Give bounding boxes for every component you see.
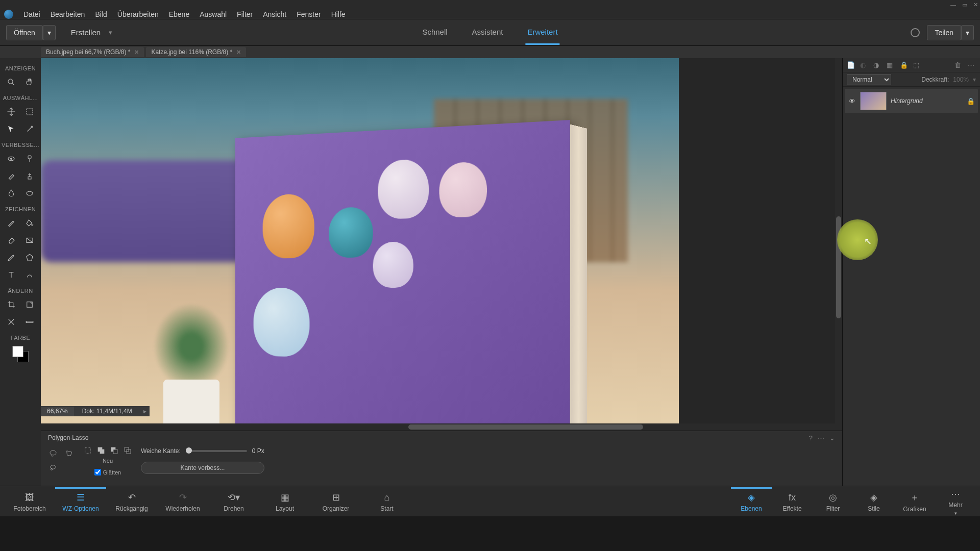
document-canvas[interactable]: 66,67% Dok: 11,4M/11,4M ▸ — [41, 58, 842, 423]
marquee-tool-icon[interactable] — [24, 106, 35, 117]
magic-wand-tool-icon[interactable] — [24, 123, 35, 135]
foreground-color[interactable] — [12, 346, 23, 357]
layer-visibility-icon[interactable]: 👁 — [849, 97, 856, 105]
brush-tool-icon[interactable] — [6, 217, 17, 229]
bb-fotobereich[interactable]: 🖼Fotobereich — [4, 487, 55, 516]
menu-bearbeiten[interactable]: Bearbeiten — [51, 10, 85, 18]
bb-grafiken[interactable]: ＋Grafiken — [894, 487, 935, 516]
layer-fx-icon[interactable]: ◐ — [860, 61, 868, 69]
bb-effekte[interactable]: fxEffekte — [772, 487, 813, 516]
move-tool-icon[interactable] — [6, 106, 17, 117]
magnetic-lasso-variant-icon[interactable] — [48, 463, 58, 473]
mode-erweitert[interactable]: Erweitert — [525, 20, 559, 45]
bb-mehr[interactable]: ⋯Mehr▾ — [935, 487, 976, 516]
content-aware-tool-icon[interactable] — [6, 316, 17, 328]
lasso-variant-icon[interactable] — [48, 448, 58, 459]
share-dropdown-icon[interactable]: ▾ — [961, 25, 974, 40]
close-window-icon[interactable]: ✕ — [973, 2, 978, 8]
blur-tool-icon[interactable] — [6, 188, 17, 199]
new-layer-icon[interactable]: 📄 — [847, 61, 855, 69]
add-selection-icon[interactable] — [96, 445, 106, 456]
tab-katze[interactable]: Katze.jpg bei 116% (RGB/8) * ✕ — [146, 47, 246, 57]
intersect-selection-icon[interactable] — [122, 445, 133, 456]
straighten-tool-icon[interactable] — [24, 316, 35, 328]
maximize-icon[interactable]: ▭ — [962, 2, 967, 8]
lock-layer-icon[interactable]: 🔒 — [900, 61, 908, 69]
bb-organizer[interactable]: ⊞Organizer — [310, 487, 361, 516]
new-selection-icon[interactable] — [83, 445, 93, 456]
layer-lock-icon[interactable]: 🔒 — [967, 97, 974, 105]
menu-bild[interactable]: Bild — [95, 10, 107, 18]
recompose-tool-icon[interactable] — [24, 299, 35, 310]
menu-fenster[interactable]: Fenster — [297, 10, 321, 18]
mode-schnell[interactable]: Schnell — [420, 20, 449, 45]
zoom-level[interactable]: 66,67% — [41, 407, 74, 416]
blend-mode-select[interactable]: Normal — [847, 74, 891, 85]
open-dropdown-icon[interactable]: ▾ — [43, 25, 56, 40]
crop-tool-icon[interactable] — [6, 299, 17, 310]
shape-tool-icon[interactable] — [24, 252, 35, 263]
polygon-lasso-variant-icon[interactable] — [64, 448, 75, 459]
bb-rueckgaengig[interactable]: ↶Rückgängig — [106, 487, 157, 516]
link-layers-icon[interactable]: ⬚ — [913, 61, 921, 69]
bb-drehen[interactable]: ⟲▾Drehen — [208, 487, 259, 516]
text-tool-icon[interactable] — [6, 269, 17, 281]
bb-wiederholen[interactable]: ↷Wiederholen — [157, 487, 208, 516]
menu-auswahl[interactable]: Auswahl — [200, 10, 227, 18]
smart-brush-tool-icon[interactable] — [6, 170, 17, 182]
panel-menu-icon[interactable]: ⋯ — [818, 434, 824, 442]
paint-bucket-tool-icon[interactable] — [24, 217, 35, 229]
delete-layer-icon[interactable]: 🗑 — [954, 61, 963, 69]
feather-slider[interactable] — [186, 450, 247, 452]
sponge-tool-icon[interactable] — [24, 188, 35, 199]
custom-shape-tool-icon[interactable] — [24, 269, 35, 281]
color-swatch[interactable] — [12, 346, 29, 362]
bb-ebenen[interactable]: ◈Ebenen — [731, 487, 772, 516]
menu-filter[interactable]: Filter — [237, 10, 253, 18]
pencil-tool-icon[interactable] — [6, 252, 17, 263]
help-icon[interactable]: ? — [809, 434, 813, 442]
create-button[interactable]: Erstellen ▾ — [66, 25, 115, 40]
bb-layout[interactable]: ▦Layout — [259, 487, 310, 516]
spot-heal-tool-icon[interactable] — [24, 153, 35, 164]
layer-name[interactable]: Hintergrund — [891, 97, 963, 105]
menu-ebene[interactable]: Ebene — [169, 10, 189, 18]
status-arrow-icon[interactable]: ▸ — [140, 407, 150, 416]
zoom-tool-icon[interactable] — [6, 77, 17, 88]
bb-filter[interactable]: ◎Filter — [813, 487, 853, 516]
menu-ueberarbeiten[interactable]: Überarbeiten — [117, 10, 159, 18]
redeye-tool-icon[interactable] — [6, 153, 17, 164]
menu-hilfe[interactable]: Hilfe — [331, 10, 346, 18]
share-button[interactable]: Teilen ▾ — [927, 25, 974, 40]
subtract-selection-icon[interactable] — [109, 445, 119, 456]
tab-buch[interactable]: Buch.jpeg bei 66,7% (RGB/8) * ✕ — [41, 47, 144, 57]
panel-more-icon[interactable]: ⋯ — [968, 61, 976, 69]
create-dropdown-icon[interactable]: ▾ — [106, 26, 115, 39]
horizontal-scrollbar[interactable] — [41, 423, 842, 431]
bb-stile[interactable]: ◈Stile — [853, 487, 894, 516]
mode-assistent[interactable]: Assistent — [470, 20, 505, 45]
refine-edge-button[interactable]: Kante verbess... — [141, 462, 264, 474]
home-icon: ⌂ — [384, 492, 390, 503]
eraser-tool-icon[interactable] — [6, 235, 17, 246]
theme-toggle-icon[interactable] — [911, 28, 920, 37]
menu-datei[interactable]: Datei — [23, 10, 40, 18]
lasso-tool-icon[interactable] — [6, 123, 17, 135]
open-button[interactable]: Öffnen ▾ — [6, 25, 56, 40]
bb-wz-optionen[interactable]: ☰WZ-Optionen — [55, 487, 106, 516]
layer-row[interactable]: 👁 Hintergrund 🔒 — [845, 89, 978, 113]
adjustment-layer-icon[interactable]: ◑ — [873, 61, 881, 69]
opacity-dropdown-icon[interactable]: ▾ — [973, 76, 976, 83]
antialias-checkbox[interactable]: Glätten — [94, 469, 121, 475]
tab-close-icon[interactable]: ✕ — [134, 49, 139, 56]
minimize-icon[interactable]: — — [950, 2, 956, 8]
tab-close-icon[interactable]: ✕ — [236, 49, 241, 56]
layer-mask-icon[interactable]: ▦ — [887, 61, 895, 69]
hand-tool-icon[interactable] — [24, 77, 35, 88]
gradient-tool-icon[interactable] — [24, 235, 35, 246]
layer-thumbnail[interactable] — [860, 92, 887, 110]
clone-stamp-tool-icon[interactable] — [24, 170, 35, 182]
collapse-icon[interactable]: ⌄ — [829, 434, 835, 442]
bb-start[interactable]: ⌂Start — [361, 487, 412, 516]
menu-ansicht[interactable]: Ansicht — [263, 10, 286, 18]
